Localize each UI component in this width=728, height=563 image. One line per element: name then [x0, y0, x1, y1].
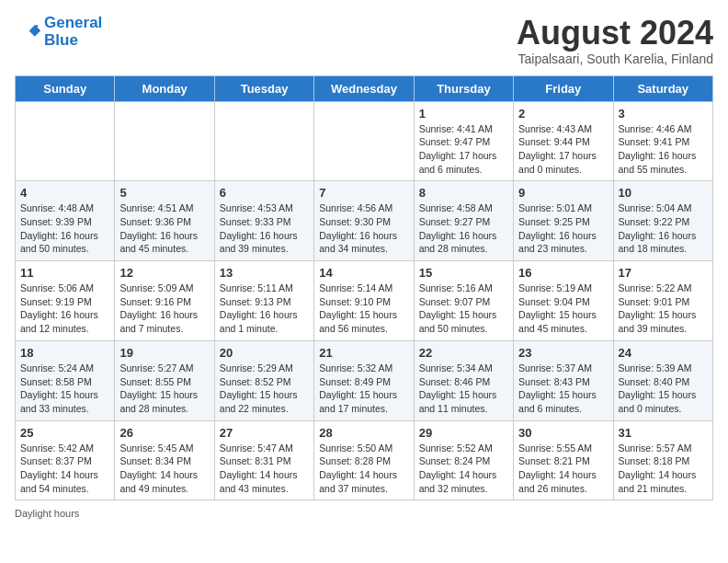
day-info: Sunrise: 5:50 AM Sunset: 8:28 PM Dayligh… [319, 442, 408, 496]
day-number: 21 [319, 346, 408, 360]
day-number: 14 [319, 266, 408, 280]
daylight-label: Daylight hours [15, 508, 79, 519]
day-info: Sunrise: 5:32 AM Sunset: 8:49 PM Dayligh… [319, 362, 408, 416]
calendar-week-row: 18Sunrise: 5:24 AM Sunset: 8:58 PM Dayli… [16, 340, 713, 420]
day-number: 13 [220, 266, 309, 280]
day-number: 27 [220, 426, 309, 440]
day-number: 3 [619, 107, 708, 121]
calendar-dow-header: Monday [115, 75, 214, 101]
calendar-cell: 3Sunrise: 4:46 AM Sunset: 9:41 PM Daylig… [613, 101, 712, 181]
day-number: 7 [319, 186, 408, 200]
day-info: Sunrise: 4:48 AM Sunset: 9:39 PM Dayligh… [20, 201, 109, 256]
calendar-cell: 10Sunrise: 5:04 AM Sunset: 9:22 PM Dayli… [613, 181, 712, 261]
calendar-week-row: 11Sunrise: 5:06 AM Sunset: 9:19 PM Dayli… [16, 261, 713, 341]
day-number: 16 [518, 266, 608, 280]
day-number: 18 [20, 346, 109, 360]
calendar-cell: 6Sunrise: 4:53 AM Sunset: 9:33 PM Daylig… [214, 181, 313, 261]
calendar-cell: 14Sunrise: 5:14 AM Sunset: 9:10 PM Dayli… [314, 261, 414, 341]
day-number: 15 [419, 266, 508, 280]
calendar-cell: 20Sunrise: 5:29 AM Sunset: 8:52 PM Dayli… [214, 340, 313, 420]
day-info: Sunrise: 5:16 AM Sunset: 9:07 PM Dayligh… [419, 282, 508, 336]
day-info: Sunrise: 5:57 AM Sunset: 8:18 PM Dayligh… [619, 442, 708, 496]
calendar-cell: 13Sunrise: 5:11 AM Sunset: 9:13 PM Dayli… [214, 261, 313, 341]
day-number: 28 [319, 426, 408, 440]
day-info: Sunrise: 4:41 AM Sunset: 9:47 PM Dayligh… [419, 122, 508, 177]
day-info: Sunrise: 5:11 AM Sunset: 9:13 PM Dayligh… [220, 282, 309, 336]
day-info: Sunrise: 5:45 AM Sunset: 8:34 PM Dayligh… [119, 442, 209, 496]
day-info: Sunrise: 5:14 AM Sunset: 9:10 PM Dayligh… [319, 282, 408, 336]
day-number: 6 [220, 186, 309, 200]
calendar-table: SundayMondayTuesdayWednesdayThursdayFrid… [15, 75, 713, 501]
calendar-cell: 23Sunrise: 5:37 AM Sunset: 8:43 PM Dayli… [514, 340, 613, 420]
day-info: Sunrise: 5:27 AM Sunset: 8:55 PM Dayligh… [119, 362, 209, 416]
day-info: Sunrise: 5:42 AM Sunset: 8:37 PM Dayligh… [20, 442, 109, 496]
calendar-dow-header: Tuesday [214, 75, 313, 101]
calendar-cell: 17Sunrise: 5:22 AM Sunset: 9:01 PM Dayli… [613, 261, 712, 341]
day-number: 2 [518, 107, 608, 121]
calendar-cell: 29Sunrise: 5:52 AM Sunset: 8:24 PM Dayli… [414, 420, 513, 500]
calendar-dow-header: Sunday [16, 75, 115, 101]
calendar-week-row: 1Sunrise: 4:41 AM Sunset: 9:47 PM Daylig… [16, 101, 713, 181]
calendar-cell: 19Sunrise: 5:27 AM Sunset: 8:55 PM Dayli… [115, 340, 214, 420]
calendar-cell: 7Sunrise: 4:56 AM Sunset: 9:30 PM Daylig… [314, 181, 414, 261]
day-number: 9 [518, 186, 608, 200]
day-info: Sunrise: 5:22 AM Sunset: 9:01 PM Dayligh… [619, 282, 708, 336]
day-info: Sunrise: 5:39 AM Sunset: 8:40 PM Dayligh… [619, 362, 708, 416]
day-info: Sunrise: 4:58 AM Sunset: 9:27 PM Dayligh… [419, 201, 508, 256]
calendar-cell [16, 101, 115, 181]
calendar-cell [214, 101, 313, 181]
calendar-cell: 9Sunrise: 5:01 AM Sunset: 9:25 PM Daylig… [514, 181, 613, 261]
calendar-cell: 28Sunrise: 5:50 AM Sunset: 8:28 PM Dayli… [314, 420, 414, 500]
calendar-cell: 25Sunrise: 5:42 AM Sunset: 8:37 PM Dayli… [16, 420, 115, 500]
day-info: Sunrise: 4:56 AM Sunset: 9:30 PM Dayligh… [319, 201, 408, 256]
calendar-cell: 26Sunrise: 5:45 AM Sunset: 8:34 PM Dayli… [115, 420, 214, 500]
calendar-cell: 16Sunrise: 5:19 AM Sunset: 9:04 PM Dayli… [514, 261, 613, 341]
calendar-week-row: 4Sunrise: 4:48 AM Sunset: 9:39 PM Daylig… [16, 181, 713, 261]
calendar-cell [314, 101, 414, 181]
logo-icon [15, 19, 40, 45]
day-number: 8 [419, 186, 508, 200]
calendar-cell: 30Sunrise: 5:55 AM Sunset: 8:21 PM Dayli… [514, 420, 613, 500]
day-number: 12 [119, 266, 209, 280]
day-number: 25 [20, 426, 109, 440]
page-header: General Blue August 2024 Taipalsaari, So… [15, 15, 713, 66]
day-info: Sunrise: 5:09 AM Sunset: 9:16 PM Dayligh… [119, 282, 209, 336]
day-number: 26 [119, 426, 209, 440]
day-number: 24 [619, 346, 708, 360]
calendar-cell [115, 101, 214, 181]
calendar-footer: Daylight hours [15, 508, 713, 519]
day-number: 4 [20, 186, 109, 200]
day-info: Sunrise: 5:01 AM Sunset: 9:25 PM Dayligh… [518, 201, 608, 256]
calendar-dow-header: Thursday [414, 75, 513, 101]
calendar-week-row: 25Sunrise: 5:42 AM Sunset: 8:37 PM Dayli… [16, 420, 713, 500]
day-number: 10 [619, 186, 708, 200]
calendar-cell: 18Sunrise: 5:24 AM Sunset: 8:58 PM Dayli… [16, 340, 115, 420]
day-info: Sunrise: 5:34 AM Sunset: 8:46 PM Dayligh… [419, 362, 508, 416]
calendar-cell: 5Sunrise: 4:51 AM Sunset: 9:36 PM Daylig… [115, 181, 214, 261]
calendar-cell: 4Sunrise: 4:48 AM Sunset: 9:39 PM Daylig… [16, 181, 115, 261]
calendar-cell: 8Sunrise: 4:58 AM Sunset: 9:27 PM Daylig… [414, 181, 513, 261]
day-info: Sunrise: 5:29 AM Sunset: 8:52 PM Dayligh… [220, 362, 309, 416]
day-info: Sunrise: 4:43 AM Sunset: 9:44 PM Dayligh… [518, 122, 608, 177]
day-info: Sunrise: 4:53 AM Sunset: 9:33 PM Dayligh… [220, 201, 309, 256]
day-number: 1 [419, 107, 508, 121]
day-info: Sunrise: 5:52 AM Sunset: 8:24 PM Dayligh… [419, 442, 508, 496]
day-info: Sunrise: 5:37 AM Sunset: 8:43 PM Dayligh… [518, 362, 608, 416]
day-info: Sunrise: 5:04 AM Sunset: 9:22 PM Dayligh… [619, 201, 708, 256]
calendar-cell: 1Sunrise: 4:41 AM Sunset: 9:47 PM Daylig… [414, 101, 513, 181]
day-info: Sunrise: 4:46 AM Sunset: 9:41 PM Dayligh… [619, 122, 708, 177]
day-info: Sunrise: 5:47 AM Sunset: 8:31 PM Dayligh… [220, 442, 309, 496]
day-number: 23 [518, 346, 608, 360]
calendar-cell: 27Sunrise: 5:47 AM Sunset: 8:31 PM Dayli… [214, 420, 313, 500]
day-number: 19 [119, 346, 209, 360]
calendar-cell: 2Sunrise: 4:43 AM Sunset: 9:44 PM Daylig… [514, 101, 613, 181]
logo-text: General Blue [44, 15, 102, 49]
day-number: 5 [119, 186, 209, 200]
calendar-cell: 11Sunrise: 5:06 AM Sunset: 9:19 PM Dayli… [16, 261, 115, 341]
day-number: 29 [419, 426, 508, 440]
calendar-dow-header: Wednesday [314, 75, 414, 101]
day-info: Sunrise: 5:06 AM Sunset: 9:19 PM Dayligh… [20, 282, 109, 336]
day-info: Sunrise: 5:19 AM Sunset: 9:04 PM Dayligh… [518, 282, 608, 336]
calendar-cell: 22Sunrise: 5:34 AM Sunset: 8:46 PM Dayli… [414, 340, 513, 420]
calendar-dow-header: Friday [514, 75, 613, 101]
